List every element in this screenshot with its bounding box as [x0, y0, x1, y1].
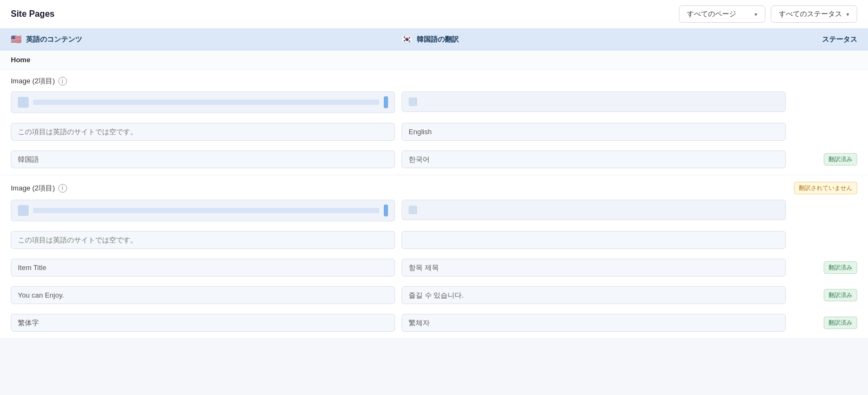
row-2-label-text: Image (2項目)	[11, 183, 55, 193]
source-bar-2	[33, 208, 379, 213]
info-icon-1[interactable]: i	[58, 77, 67, 85]
source-text-1a[interactable]	[11, 123, 395, 141]
source-image-box-1	[11, 91, 395, 113]
source-text-2a[interactable]	[11, 231, 395, 249]
content-area: Home Image (2項目) i	[0, 50, 868, 339]
status-2c: 翻訳済み	[792, 286, 857, 304]
filter-bar: すべてのページ ▾ すべてのステータス ▾	[679, 5, 857, 23]
source-column-header: 🇺🇸 英語のコンテンツ	[11, 34, 402, 44]
target-text-1b[interactable]	[402, 150, 786, 168]
page-title: Site Pages	[11, 9, 55, 19]
target-flag: 🇰🇷	[402, 34, 412, 44]
target-image-2	[402, 200, 786, 221]
source-text-2d[interactable]	[11, 314, 395, 332]
source-image-2	[11, 200, 395, 221]
row-1-text-field-2: 翻訳済み	[0, 147, 868, 175]
status-filter-label: すべてのステータス	[779, 9, 842, 19]
pages-filter-label: すべてのページ	[687, 9, 736, 19]
target-text-1a[interactable]	[402, 123, 786, 141]
target-text-2d[interactable]	[402, 314, 786, 332]
target-input-2c[interactable]	[402, 286, 786, 304]
status-column-header: ステータス	[792, 35, 857, 44]
source-bar-1	[33, 100, 379, 105]
source-input-2c[interactable]	[11, 286, 395, 304]
source-input-1b[interactable]	[11, 150, 395, 168]
status-badge-2: 翻訳されていません	[794, 182, 857, 194]
target-image-box-1	[402, 91, 786, 112]
source-text-2b[interactable]	[11, 259, 395, 276]
status-badge-2c: 翻訳済み	[824, 289, 857, 301]
row-2-text-field-4: 翻訳済み	[0, 311, 868, 338]
source-text-2c[interactable]	[11, 286, 395, 304]
source-thumb-1	[18, 97, 29, 108]
target-column-label: 韓国語の翻訳	[417, 35, 459, 44]
row-1-image-field	[0, 88, 868, 120]
target-text-2a[interactable]	[402, 231, 786, 249]
source-input-2d[interactable]	[11, 314, 395, 332]
target-input-2d[interactable]	[402, 314, 786, 332]
section-home: Home	[0, 50, 868, 70]
row-1-text-field-1	[0, 120, 868, 147]
status-2d: 翻訳済み	[792, 314, 857, 332]
status-1a	[792, 123, 857, 141]
target-text-2b[interactable]	[402, 259, 786, 276]
source-column-label: 英語のコンテンツ	[26, 35, 82, 44]
source-handle-2	[384, 205, 388, 216]
status-1b: 翻訳済み	[792, 150, 857, 168]
pages-filter[interactable]: すべてのページ ▾	[679, 5, 765, 23]
status-filter[interactable]: すべてのステータス ▾	[771, 5, 857, 23]
row-1-label-text: Image (2項目)	[11, 76, 55, 86]
source-input-1a[interactable]	[11, 123, 395, 141]
top-bar: Site Pages すべてのページ ▾ すべてのステータス ▾	[0, 0, 868, 29]
row-group-2: Image (2項目) i 翻訳されていません	[0, 175, 868, 339]
status-2b: 翻訳済み	[792, 259, 857, 276]
status-badge-2d: 翻訳済み	[824, 317, 857, 329]
status-filter-chevron: ▾	[846, 11, 849, 17]
row-label-1: Image (2項目) i	[0, 70, 868, 88]
target-thumb-1	[409, 97, 417, 106]
status-badge-1: 翻訳済み	[824, 153, 857, 166]
row-group-1: Image (2項目) i	[0, 70, 868, 175]
source-flag: 🇺🇸	[11, 34, 22, 44]
target-thumb-2	[409, 206, 417, 214]
source-handle-1	[384, 96, 388, 108]
target-input-2a[interactable]	[402, 231, 786, 249]
column-header: 🇺🇸 英語のコンテンツ 🇰🇷 韓国語の翻訳 ステータス	[0, 29, 868, 50]
target-image-1	[402, 91, 786, 113]
status-2a	[792, 231, 857, 249]
source-text-1b[interactable]	[11, 150, 395, 168]
row-2-image-field	[0, 196, 868, 228]
source-input-2a[interactable]	[11, 231, 395, 249]
target-input-1b[interactable]	[402, 150, 786, 168]
status-1-image	[792, 91, 857, 113]
row-2-text-field-3: 翻訳済み	[0, 283, 868, 311]
status-badge-2b: 翻訳済み	[824, 261, 857, 274]
row-2-text-field-1	[0, 228, 868, 255]
source-image-box-2	[11, 200, 395, 221]
status-2-image	[792, 200, 857, 221]
info-icon-2[interactable]: i	[58, 184, 67, 193]
target-text-2c[interactable]	[402, 286, 786, 304]
pages-filter-chevron: ▾	[755, 11, 757, 17]
target-image-box-2	[402, 200, 786, 220]
source-input-2b[interactable]	[11, 259, 395, 276]
source-thumb-2	[18, 205, 29, 216]
row-label-2: Image (2項目) i 翻訳されていません	[0, 175, 868, 196]
source-image-1	[11, 91, 395, 113]
target-column-header: 🇰🇷 韓国語の翻訳	[402, 34, 792, 44]
row-2-text-field-2: 翻訳済み	[0, 255, 868, 283]
target-input-2b[interactable]	[402, 259, 786, 276]
target-input-1a[interactable]	[402, 123, 786, 141]
